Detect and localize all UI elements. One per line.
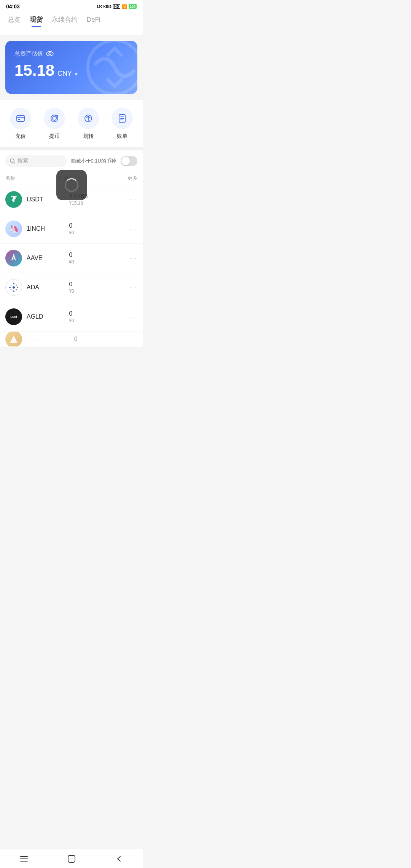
- svg-point-10: [13, 283, 14, 284]
- toggle-knob: [121, 157, 130, 165]
- header-more: 更多: [111, 175, 137, 182]
- partial-logo: [5, 332, 22, 347]
- agld-amount-wrap: 0 ¥0: [69, 310, 126, 323]
- coin-list: ₮ USDT 2.0766 ¥15.18 ··· 🦄 1INCH 0 ¥0 ··…: [0, 185, 143, 347]
- ada-amount-wrap: 0 ¥0: [69, 281, 126, 294]
- agld-cny: ¥0: [69, 318, 126, 323]
- tab-perpetual[interactable]: 永续合约: [52, 15, 78, 27]
- tab-spot[interactable]: 现货: [30, 15, 43, 27]
- status-bar: 04:03 190 KB/S HD 📶 100: [0, 0, 143, 11]
- 1inch-more-button[interactable]: ···: [126, 225, 137, 233]
- loading-overlay: [56, 170, 87, 200]
- svg-point-15: [11, 289, 12, 290]
- search-input-wrap[interactable]: 搜索: [5, 155, 67, 167]
- 1inch-symbol: 1INCH: [27, 225, 69, 232]
- svg-rect-3: [18, 119, 20, 120]
- hide-small-label: 隐藏小于0.1U的币种: [71, 158, 116, 164]
- status-time: 04:03: [6, 3, 20, 10]
- tab-overview[interactable]: 总览: [8, 15, 21, 27]
- eye-icon[interactable]: [46, 50, 54, 57]
- loading-spinner: [65, 178, 78, 192]
- partial-amount-wrap: 0: [74, 336, 137, 343]
- svg-rect-2: [17, 115, 24, 121]
- transfer-button[interactable]: 划转: [78, 108, 99, 140]
- ada-more-button[interactable]: ···: [126, 284, 137, 292]
- currency-dropdown-icon[interactable]: ▼: [73, 71, 79, 77]
- aave-amount: 0: [69, 252, 126, 258]
- svg-point-1: [49, 53, 51, 55]
- asset-currency: CNY ▼: [57, 70, 79, 78]
- deposit-icon: [10, 108, 31, 129]
- 1inch-logo: 🦄: [5, 220, 22, 237]
- svg-point-5: [53, 116, 56, 120]
- deposit-label: 充值: [15, 133, 26, 140]
- withdraw-label: 提币: [49, 133, 60, 140]
- svg-point-17: [11, 285, 12, 286]
- ada-amount: 0: [69, 281, 126, 288]
- coin-item-agld: Loot AGLD 0 ¥0 ···: [0, 302, 143, 332]
- search-icon: [10, 158, 15, 164]
- battery: 100: [129, 4, 137, 9]
- svg-point-18: [13, 286, 15, 289]
- aave-amount-wrap: 0 ¥0: [69, 252, 126, 265]
- agld-more-button[interactable]: ···: [126, 313, 137, 321]
- transfer-label: 划转: [83, 133, 94, 140]
- withdraw-button[interactable]: 提币: [44, 108, 65, 140]
- svg-point-0: [46, 51, 53, 56]
- nav-tabs: 总览 现货 永续合约 DeFi: [0, 11, 143, 27]
- usdt-logo: ₮: [5, 191, 22, 208]
- bill-button[interactable]: 账单: [112, 108, 133, 140]
- section-divider: [0, 147, 143, 150]
- coin-item-aave: Å AAVE 0 ¥0 ···: [0, 244, 143, 273]
- transfer-icon: [78, 108, 99, 129]
- hide-small-toggle[interactable]: [121, 156, 137, 166]
- 1inch-cny: ¥0: [69, 230, 126, 235]
- 1inch-amount-wrap: 0 ¥0: [69, 222, 126, 235]
- card-bg-icon: [84, 41, 137, 94]
- coin-item-partial: · · · · 0: [0, 332, 143, 347]
- aave-cny: ¥0: [69, 259, 126, 265]
- svg-point-11: [16, 285, 17, 286]
- partial-amount: 0: [74, 336, 137, 343]
- aave-symbol: AAVE: [27, 255, 69, 262]
- svg-point-13: [16, 289, 17, 290]
- search-placeholder: 搜索: [18, 158, 28, 164]
- svg-point-12: [17, 287, 18, 288]
- aave-logo: Å: [5, 250, 22, 266]
- action-buttons: 充值 提币 划转 账单: [0, 100, 143, 147]
- usdt-more-button[interactable]: ···: [126, 196, 137, 204]
- coin-item-ada: ADA 0 ¥0 ···: [0, 273, 143, 302]
- svg-marker-19: [10, 335, 18, 343]
- asset-card: 总资产估值 15.18 CNY ▼: [5, 41, 137, 94]
- 1inch-amount: 0: [69, 222, 126, 229]
- svg-point-16: [9, 287, 11, 288]
- partial-symbol: · · · ·: [27, 336, 74, 343]
- agld-amount: 0: [69, 310, 126, 317]
- ada-symbol: ADA: [27, 284, 69, 291]
- bill-icon: [112, 108, 133, 129]
- signal-4g: 📶: [122, 4, 127, 9]
- svg-point-14: [13, 290, 14, 292]
- hd-badge: HD: [113, 4, 120, 9]
- ada-logo: [5, 279, 22, 296]
- withdraw-icon: [44, 108, 65, 129]
- aave-more-button[interactable]: ···: [126, 254, 137, 262]
- agld-logo: Loot: [5, 308, 22, 325]
- coin-item-1inch: 🦄 1INCH 0 ¥0 ···: [0, 214, 143, 244]
- agld-symbol: AGLD: [27, 313, 69, 320]
- deposit-button[interactable]: 充值: [10, 108, 31, 140]
- bill-label: 账单: [117, 133, 127, 140]
- tab-defi[interactable]: DeFi: [87, 16, 100, 27]
- status-right: 190 KB/S HD 📶 100: [97, 4, 137, 9]
- ada-cny: ¥0: [69, 289, 126, 294]
- network-speed: 190 KB/S: [97, 5, 112, 8]
- header-name: 名称: [5, 175, 58, 182]
- search-section: 搜索 隐藏小于0.1U的币种: [0, 150, 143, 172]
- usdt-cny: ¥15.18: [69, 201, 126, 206]
